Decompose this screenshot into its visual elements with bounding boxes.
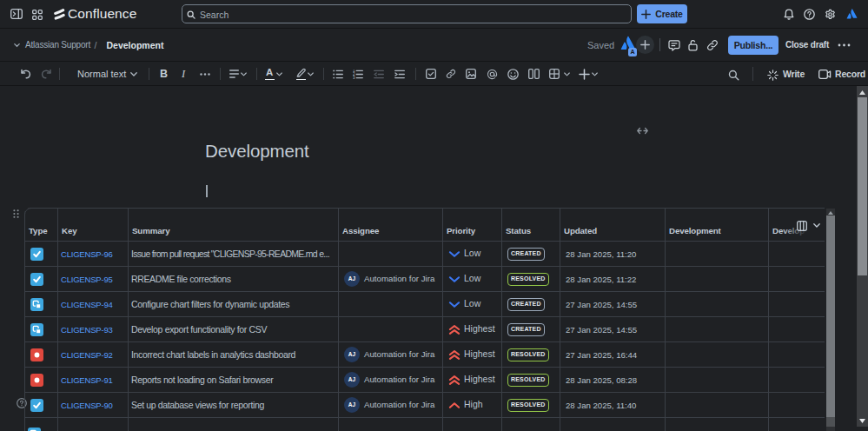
svg-text:3: 3 (353, 76, 355, 79)
